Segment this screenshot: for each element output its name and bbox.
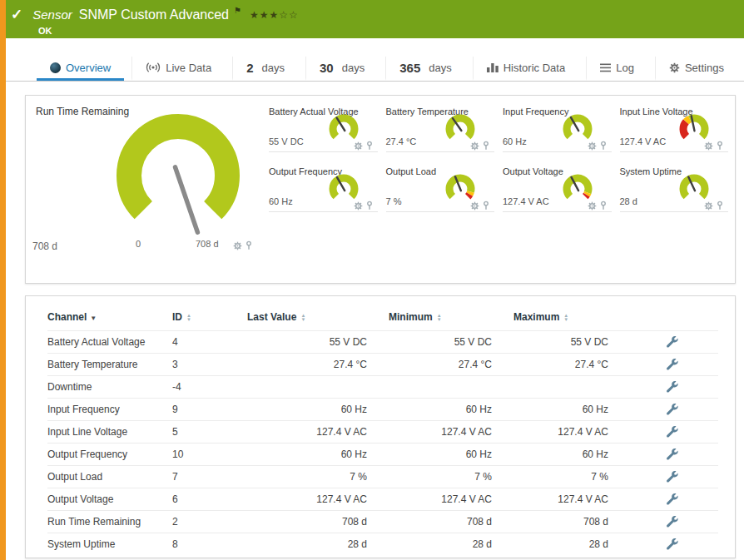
gauge-tools [588, 141, 607, 151]
cell-channel: Battery Actual Voltage [47, 336, 172, 349]
gear-icon [669, 62, 680, 73]
channel-settings-wrench-icon[interactable] [667, 448, 678, 460]
pin-icon[interactable] [600, 201, 607, 211]
gear-icon[interactable] [588, 141, 597, 151]
tab-label: Settings [685, 62, 724, 74]
cell-maximum: 7 % [513, 471, 630, 483]
channel-settings-wrench-icon[interactable] [667, 404, 678, 415]
col-header-last-value[interactable]: Last Value▲▼ [247, 311, 389, 323]
gauge-value: 127.4 V AC [620, 136, 667, 146]
gauge-cell: Output Load 7 % [386, 166, 495, 212]
sort-icon[interactable]: ▲▼ [300, 314, 305, 322]
tab-overview[interactable]: Overview [37, 57, 124, 81]
col-header-minimum[interactable]: Minimum▲▼ [389, 311, 513, 323]
pin-icon[interactable] [717, 201, 723, 211]
channel-settings-wrench-icon[interactable] [667, 426, 678, 438]
channel-settings-wrench-icon[interactable] [667, 538, 678, 550]
pin-icon[interactable] [483, 201, 489, 211]
gear-icon[interactable] [588, 201, 597, 211]
tab-historic-data[interactable]: Historic Data [473, 57, 578, 81]
col-header-channel[interactable]: Channel▼ [47, 311, 172, 323]
main-gauge[interactable] [91, 99, 265, 239]
gear-icon[interactable] [470, 201, 479, 211]
table-row: Battery Temperature 3 27.4 °C 27.4 °C 27… [47, 353, 718, 375]
gauge-value: 60 Hz [269, 196, 293, 206]
gear-icon[interactable] [233, 241, 242, 250]
channel-settings-wrench-icon[interactable] [667, 359, 678, 370]
tab-label: Historic Data [503, 62, 565, 74]
cell-last-value: 27.4 °C [247, 359, 389, 371]
cell-minimum: 60 Hz [389, 404, 513, 416]
cell-minimum: 60 Hz [389, 448, 513, 461]
cell-channel: Input Frequency [47, 404, 172, 416]
gear-icon[interactable] [704, 201, 713, 211]
gear-icon[interactable] [470, 141, 479, 151]
gauge-value: 27.4 °C [386, 136, 417, 146]
channel-settings-wrench-icon[interactable] [667, 493, 678, 505]
cell-last-value: 60 Hz [247, 404, 389, 416]
cell-last-value: 55 V DC [247, 336, 389, 349]
cell-id: 4 [172, 336, 247, 349]
cell-minimum: 127.4 V AC [389, 426, 513, 439]
tab-label: days [342, 62, 365, 74]
overview-icon [50, 62, 61, 73]
pin-icon[interactable] [366, 201, 373, 211]
pin-icon[interactable] [483, 141, 489, 151]
cell-last-value: 127.4 V AC [247, 493, 389, 506]
col-header-id[interactable]: ID▲▼ [172, 311, 247, 323]
cell-minimum: 28 d [389, 538, 513, 551]
cell-maximum: 127.4 V AC [513, 426, 630, 439]
gauge-cell: Battery Actual Voltage 55 V DC [269, 106, 378, 152]
sort-icon[interactable]: ▲▼ [437, 314, 442, 322]
cell-last-value: 127.4 V AC [247, 426, 389, 439]
tab-label: Live Data [166, 62, 211, 74]
pin-icon[interactable] [366, 141, 373, 151]
object-kind-label: Sensor [32, 7, 72, 22]
table-row: Input Frequency 9 60 Hz 60 Hz 60 Hz [47, 398, 718, 420]
table-row: System Uptime 8 28 d 28 d 28 d [47, 533, 718, 555]
cell-tools [630, 404, 718, 415]
channel-settings-wrench-icon[interactable] [667, 516, 678, 528]
pin-icon[interactable] [246, 240, 252, 250]
cell-channel: Output Load [47, 471, 172, 483]
gear-icon[interactable] [704, 141, 713, 151]
gauge-scale-max: 708 d [196, 239, 219, 249]
tab-settings[interactable]: Settings [655, 57, 737, 81]
gauge-value: 127.4 V AC [503, 196, 549, 206]
gear-icon[interactable] [354, 201, 363, 211]
cell-maximum: 60 Hz [513, 404, 630, 416]
cell-id: 3 [172, 359, 247, 371]
cell-maximum: 28 d [513, 538, 630, 551]
channel-settings-wrench-icon[interactable] [667, 381, 678, 393]
sort-icon[interactable]: ▲▼ [186, 314, 191, 322]
gauge-tools [233, 240, 252, 250]
cell-id: -4 [172, 381, 247, 394]
cell-id: 5 [172, 426, 247, 439]
channel-settings-wrench-icon[interactable] [667, 336, 678, 348]
table-row: Output Voltage 6 127.4 V AC 127.4 V AC 1… [47, 488, 718, 510]
sort-desc-icon[interactable]: ▼ [90, 315, 97, 322]
cell-channel: Input Line Voltage [47, 426, 172, 439]
gauge-tools [470, 141, 489, 151]
priority-flag-icon[interactable]: ⚑ [234, 6, 241, 15]
cell-tools [630, 336, 718, 348]
priority-stars[interactable]: ★★★☆☆ [250, 9, 299, 21]
gauge-value: 60 Hz [503, 136, 527, 146]
tab-number: 365 [399, 61, 420, 75]
gauge-cell: Battery Temperature 27.4 °C [386, 106, 495, 152]
pin-icon[interactable] [600, 141, 607, 151]
pin-icon[interactable] [717, 141, 723, 151]
cell-tools [630, 359, 718, 370]
tab-30-days[interactable]: 30 days [305, 57, 378, 81]
tab-log[interactable]: Log [586, 57, 647, 81]
tab-number: 2 [246, 61, 253, 75]
gauge-cell: System Uptime 28 d [620, 166, 729, 212]
col-header-maximum[interactable]: Maximum▲▼ [513, 311, 630, 323]
cell-id: 9 [172, 404, 247, 416]
tab-live-data[interactable]: Live Data [131, 57, 225, 81]
tab-365-days[interactable]: 365 days [385, 57, 465, 81]
gear-icon[interactable] [354, 141, 363, 151]
sort-icon[interactable]: ▲▼ [563, 314, 568, 322]
channel-settings-wrench-icon[interactable] [667, 471, 678, 483]
tab-2-days[interactable]: 2 days [232, 57, 298, 81]
